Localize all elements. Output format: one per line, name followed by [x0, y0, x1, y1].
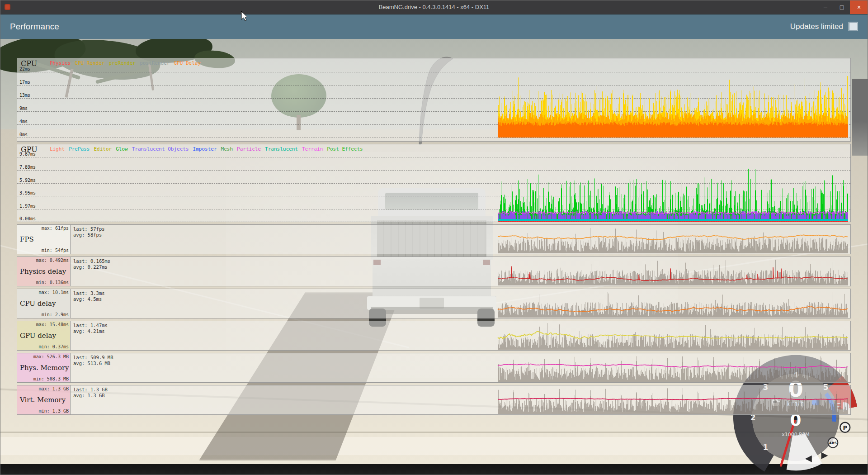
mouse-cursor	[241, 11, 250, 22]
metric-sparkline	[18, 322, 850, 350]
svg-text:ABS: ABS	[829, 441, 837, 445]
metric-row: max: 1.3 GB Virt. Memory min: 1.3 GB las…	[17, 385, 851, 415]
metric-row: max: 15.48ms GPU delay min: 0.37ms last:…	[17, 321, 851, 351]
close-button[interactable]: ×	[850, 0, 868, 14]
window-titlebar[interactable]: BeamNG.drive - 0.4.3.0.1414 - x64 - DX11…	[0, 0, 868, 14]
legend-item: Light	[50, 146, 65, 152]
metric-sparkline	[18, 386, 850, 414]
metric-row: max: 526.3 MB Phys. Memory min: 508.3 MB…	[17, 353, 851, 383]
rpm-scale-label: x1000 RPM	[782, 432, 809, 437]
performance-header: Performance Updates limited	[0, 14, 868, 39]
abs-indicator: ABS	[828, 438, 838, 448]
beamng-logo-icon	[5, 4, 10, 10]
metric-sparkline	[18, 257, 850, 285]
parking-brake-indicator: P	[840, 423, 850, 432]
page-title: Performance	[10, 22, 59, 32]
gpu-graph-canvas	[18, 157, 850, 222]
legend-item: Editor	[94, 146, 112, 152]
window-title: BeamNG.drive - 0.4.3.0.1414 - x64 - DX11	[0, 4, 868, 10]
metric-sparkline	[18, 225, 850, 253]
cpu-legend: PhysicsCPU RenderpreRenderpostRenderGPU …	[50, 60, 205, 66]
metric-rows: max: 61fps FPS min: 54fps last: 57fps av…	[17, 224, 851, 415]
legend-item: CPU Render	[75, 60, 104, 66]
metric-row: max: 61fps FPS min: 54fps last: 57fps av…	[17, 224, 851, 254]
updates-limited-checkbox[interactable]	[849, 22, 858, 31]
updates-limited-toggle[interactable]: Updates limited	[790, 22, 858, 31]
legend-item: Translucent	[265, 146, 298, 152]
gpu-graph-section: GPU LightPrePassEditorGlowTranslucent Ob…	[17, 144, 851, 222]
cpu-graph-canvas	[18, 72, 850, 138]
cpu-tick: 22ms	[19, 66, 30, 71]
legend-item: Terrain	[302, 146, 323, 152]
legend-item: Imposter	[193, 146, 217, 152]
distant-building	[852, 79, 868, 156]
metric-sparkline	[18, 354, 850, 382]
minimize-button[interactable]: –	[817, 0, 834, 14]
metric-row: max: 0.492ms Physics delay min: 0.136ms …	[17, 256, 851, 286]
metric-sparkline	[18, 290, 850, 318]
legend-item: Mesh	[221, 146, 233, 152]
legend-item: postRender	[140, 60, 170, 66]
legend-item: Translucent Objects	[132, 146, 189, 152]
rpm-scale-1: 1	[763, 443, 768, 452]
metric-row: max: 10.1ms CPU delay min: 2.9ms last: 3…	[17, 289, 851, 318]
legend-item: Post Effects	[327, 146, 363, 152]
legend-item: GPU Delay	[174, 60, 201, 66]
legend-item: PrePass	[69, 146, 90, 152]
gpu-legend: LightPrePassEditorGlowTranslucent Object…	[50, 146, 367, 152]
legend-item: Glow	[116, 146, 128, 152]
legend-item: preRender	[109, 60, 136, 66]
gridline	[17, 138, 850, 138]
svg-text:P: P	[843, 424, 847, 431]
performance-overlay: CPU PhysicsCPU RenderpreRenderpostRender…	[17, 58, 851, 417]
maximize-button[interactable]: □	[834, 0, 850, 14]
right-turn-signal-icon	[821, 452, 828, 459]
gpu-tick: 9.87ms	[19, 152, 36, 157]
legend-item: Particle	[237, 146, 261, 152]
updates-limited-label: Updates limited	[790, 22, 843, 31]
legend-item: Physics	[50, 60, 71, 66]
gridline	[17, 222, 850, 222]
cpu-graph-section: CPU PhysicsCPU RenderpreRenderpostRender…	[17, 58, 851, 142]
